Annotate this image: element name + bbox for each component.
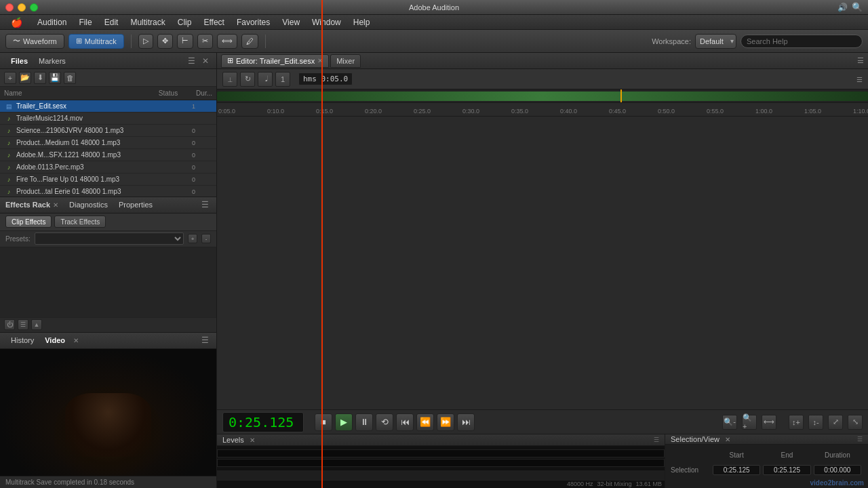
pause-button[interactable]: ⏸ [355, 413, 373, 431]
title-bar: Adobe Audition 🔊 🔍 [0, 0, 868, 15]
selection-close[interactable]: ✕ [725, 436, 730, 443]
menu-window[interactable]: Window [307, 16, 347, 28]
file-item[interactable]: ♪Adobe.0113.Perc.mp30 [0, 161, 216, 174]
metronome-button[interactable]: 𝅘𝅥 [258, 72, 273, 87]
waveform-button[interactable]: 〜 Waveform [5, 34, 64, 49]
effects-content-area [0, 247, 216, 317]
tab-properties[interactable]: Properties [113, 199, 158, 210]
selection-end-value[interactable]: 0:25.125 [763, 465, 810, 475]
workspace-selector[interactable]: Default [695, 34, 736, 49]
menu-effect[interactable]: Effect [198, 16, 229, 28]
zoom-fit[interactable]: ⟷ [762, 415, 776, 430]
brush-tool-button[interactable]: 🖊 [241, 34, 258, 49]
loop-button[interactable]: ↻ [240, 72, 255, 87]
snap-button[interactable]: ⟂ [222, 72, 237, 87]
tab-markers[interactable]: Markers [33, 56, 71, 66]
fx-list-view-button[interactable]: ☰ [18, 319, 28, 330]
col-name: Name [4, 89, 151, 97]
levels-menu[interactable]: ☰ [654, 436, 659, 443]
menu-file[interactable]: File [73, 16, 97, 28]
preset-add-button[interactable]: + [188, 234, 197, 243]
razor-tool-button[interactable]: ✂ [197, 34, 213, 49]
menu-favorites[interactable]: Favorites [231, 16, 275, 28]
skip-end-button[interactable]: ⏭ [457, 413, 475, 431]
maximize-button[interactable] [30, 3, 38, 12]
file-item[interactable]: ♪Fire To...Flare Up 01 48000 1.mp30 [0, 174, 216, 186]
fx-toggle-button[interactable]: ⏻ [4, 319, 15, 330]
effects-panel-options-icon[interactable]: ☰ [199, 199, 211, 210]
minimize-button[interactable] [18, 3, 26, 12]
selection-duration-value[interactable]: 0:00.000 [814, 465, 861, 475]
video-panel-tools: ☰ [199, 335, 211, 346]
multitrack-button[interactable]: ⊞ Multitrack [68, 34, 124, 49]
tab-history[interactable]: History [5, 335, 39, 346]
video-panel-options-icon[interactable]: ☰ [199, 335, 211, 346]
toolbar-separator-2 [265, 35, 266, 48]
editor-panel-close[interactable]: ☰ [856, 76, 863, 83]
close-button[interactable] [5, 3, 14, 12]
file-item[interactable]: ♪Adobe.M...SFX.1221 48000 1.mp30 [0, 149, 216, 161]
play-button[interactable]: ▶ [335, 413, 353, 431]
trim-tool-button[interactable]: ⊢ [177, 34, 193, 49]
zoom-in-amplitude[interactable]: ↕+ [789, 415, 804, 430]
transport-timecode: 0:25.125 [222, 412, 304, 432]
fast-forward-button[interactable]: ⏩ [437, 413, 454, 431]
zoom-in-time[interactable]: 🔍+ [742, 415, 757, 430]
tab-diagnostics[interactable]: Diagnostics [64, 199, 113, 210]
search-titlebar-icon[interactable]: 🔍 [852, 2, 863, 12]
stop-button[interactable]: ■ [315, 413, 332, 431]
menu-multitrack[interactable]: Multitrack [125, 16, 170, 28]
zoom-out-amplitude[interactable]: ↕- [808, 415, 823, 430]
zoom-out-time[interactable]: 🔍- [722, 415, 737, 430]
menu-help[interactable]: Help [348, 16, 376, 28]
open-file-button[interactable]: 📂 [19, 72, 31, 84]
loop-transport-button[interactable]: ⟲ [376, 413, 393, 431]
tab-video[interactable]: Video [39, 335, 71, 346]
mixer-tab[interactable]: Mixer [330, 54, 361, 68]
file-item[interactable]: ♪TrailerMusic1214.mov [0, 113, 216, 125]
selection-start-value[interactable]: 0:25.125 [713, 465, 760, 475]
file-item[interactable]: ♪Product...tal Eerie 01 48000 1.mp30 [0, 186, 216, 197]
save-button[interactable]: 💾 [49, 72, 61, 84]
mini-timeline[interactable] [217, 89, 868, 103]
preset-remove-button[interactable]: - [201, 234, 211, 243]
rewind-button[interactable]: ⏪ [416, 413, 434, 431]
selection-tool-button[interactable]: ▷ [138, 34, 153, 49]
file-item[interactable]: ▤Trailer_Edit.sesx1 [0, 100, 216, 113]
editor-panel-options[interactable]: ☰ [857, 56, 864, 65]
panel-close-icon[interactable]: ✕ [200, 56, 211, 66]
menu-clip[interactable]: Clip [172, 16, 197, 28]
tab-files[interactable]: Files [5, 56, 33, 66]
presets-select[interactable] [35, 232, 184, 245]
ruler-label: 0:15.0 [315, 108, 334, 115]
import-button[interactable]: ⬇ [34, 72, 46, 84]
new-file-button[interactable]: + [4, 72, 16, 84]
menu-audition[interactable]: Audition [32, 16, 72, 28]
slip-tool-button[interactable]: ⟺ [217, 34, 237, 49]
file-item[interactable]: ♪Product...Medium 01 48000 1.mp30 [0, 137, 216, 149]
delete-file-button[interactable]: 🗑 [64, 72, 76, 84]
clip-effects-button[interactable]: Clip Effects [5, 216, 52, 228]
selection-menu[interactable]: ☰ [857, 436, 863, 443]
zoom-fit-amplitude[interactable]: ⤡ [848, 415, 863, 430]
zoom-full-amplitude[interactable]: ⤢ [828, 415, 843, 430]
selection-content: Start End Duration Selection 0:25.125 0:… [665, 445, 868, 480]
track-effects-button[interactable]: Track Effects [54, 216, 106, 228]
workspace-select[interactable]: Default [695, 34, 736, 49]
menu-view[interactable]: View [277, 16, 305, 28]
audio-icon: ♪ [4, 150, 14, 160]
move-tool-button[interactable]: ✥ [157, 34, 173, 49]
effects-rack-close[interactable]: ✕ [53, 201, 58, 209]
editor-tab-main[interactable]: ⊞ Editor: Trailer_Edit.sesx ✕ [221, 54, 329, 68]
count-in-button[interactable]: 1 [275, 72, 290, 87]
search-help-input[interactable] [741, 35, 863, 48]
panel-options-icon[interactable]: ☰ [186, 56, 197, 66]
bit-depth-label: 32-bit Mixing [597, 481, 631, 487]
video-panel-close[interactable]: ✕ [73, 337, 79, 344]
menu-apple[interactable]: 🍎 [5, 16, 28, 29]
fx-move-up-button[interactable]: ▲ [31, 319, 42, 330]
menu-edit[interactable]: Edit [99, 16, 124, 28]
levels-close[interactable]: ✕ [250, 436, 255, 444]
file-item[interactable]: ♪Science...21906JVRV 48000 1.mp30 [0, 125, 216, 137]
skip-start-button[interactable]: ⏮ [396, 413, 414, 431]
